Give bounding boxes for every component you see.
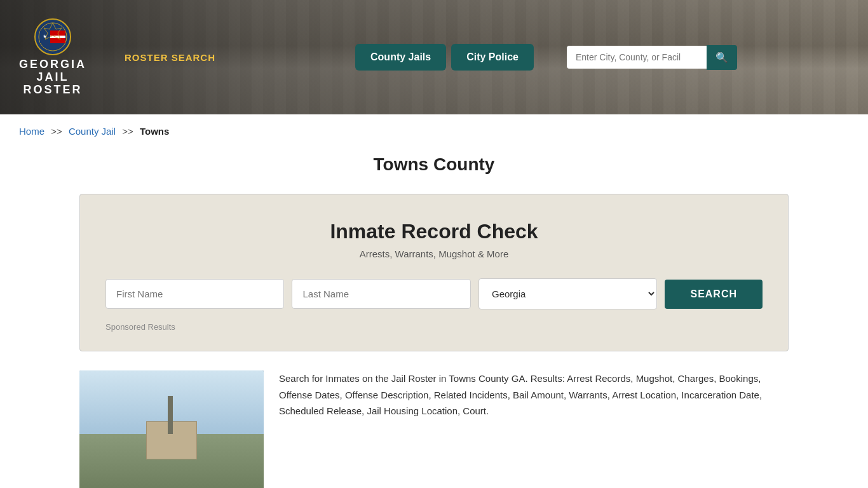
breadcrumb-sep2: >> — [122, 126, 133, 137]
logo-line1: GEORGIA — [19, 58, 86, 71]
roster-search-link[interactable]: ROSTER SEARCH — [125, 52, 215, 63]
description-text: Search for Inmates on the Jail Roster in… — [279, 370, 789, 419]
breadcrumb-current: Towns — [140, 126, 169, 137]
record-check-title: Inmate Record Check — [105, 220, 763, 243]
nav-buttons: County Jails City Police — [355, 44, 534, 71]
header-search-button[interactable]: 🔍 — [707, 45, 737, 70]
page-title: Towns County — [0, 154, 868, 175]
image-tower — [168, 396, 173, 434]
header-search-input[interactable] — [567, 46, 707, 69]
record-check-section: Inmate Record Check Arrests, Warrants, M… — [79, 194, 789, 351]
logo-line3: ROSTER — [24, 84, 83, 97]
last-name-input[interactable] — [292, 279, 470, 309]
breadcrumb-home[interactable]: Home — [19, 126, 44, 137]
search-record-button[interactable]: SEARCH — [665, 280, 763, 309]
georgia-seal-icon: ★ — [34, 18, 72, 56]
breadcrumb: Home >> County Jail >> Towns — [0, 114, 868, 148]
first-name-input[interactable] — [105, 279, 284, 309]
header-search-area: 🔍 — [567, 45, 737, 70]
breadcrumb-county-jail[interactable]: County Jail — [69, 126, 116, 137]
record-check-form: AlabamaAlaskaArizonaArkansasCaliforniaCo… — [105, 278, 763, 309]
search-icon: 🔍 — [715, 52, 728, 63]
nav-area: ROSTER SEARCH County Jails City Police 🔍 — [125, 44, 849, 71]
breadcrumb-sep1: >> — [51, 126, 62, 137]
record-check-subtitle: Arrests, Warrants, Mugshot & More — [105, 248, 763, 259]
description-section: Search for Inmates on the Jail Roster in… — [0, 351, 868, 488]
state-select[interactable]: AlabamaAlaskaArizonaArkansasCaliforniaCo… — [478, 278, 657, 309]
city-police-button[interactable]: City Police — [451, 44, 534, 71]
site-header: ★ GEORGIA JAIL ROSTER ROSTER SEARCH Coun… — [0, 0, 868, 114]
logo-area: ★ GEORGIA JAIL ROSTER — [19, 18, 86, 96]
county-jails-button[interactable]: County Jails — [355, 44, 446, 71]
location-image — [79, 370, 264, 488]
sponsored-results: Sponsored Results — [105, 322, 763, 332]
logo-line2: JAIL — [37, 71, 69, 84]
